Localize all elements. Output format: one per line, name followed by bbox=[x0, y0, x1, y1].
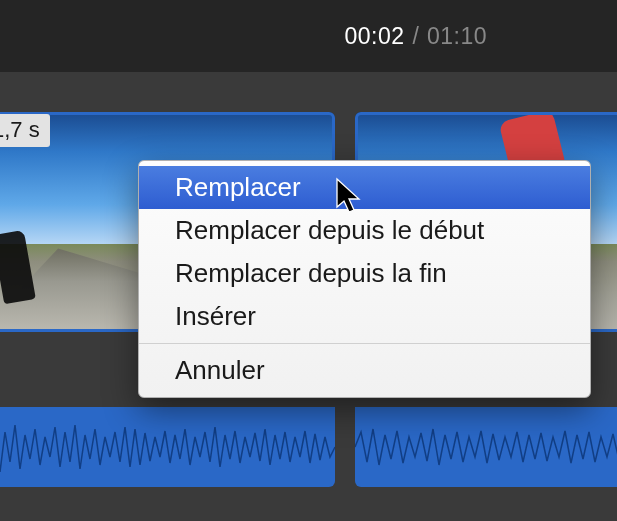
audio-track bbox=[0, 407, 617, 487]
menu-item-replace[interactable]: Remplacer bbox=[139, 166, 590, 209]
menu-item-cancel[interactable]: Annuler bbox=[139, 349, 590, 392]
time-display-bar: 00:02 / 01:10 bbox=[0, 0, 617, 72]
clip-duration-badge: 1,7 s bbox=[0, 114, 50, 147]
menu-separator bbox=[139, 343, 590, 344]
menu-item-replace-from-end[interactable]: Remplacer depuis la fin bbox=[139, 252, 590, 295]
time-separator: / bbox=[413, 23, 419, 50]
time-total: 01:10 bbox=[427, 23, 487, 50]
audio-waveform-right[interactable] bbox=[355, 407, 617, 487]
time-current: 00:02 bbox=[344, 23, 404, 50]
audio-waveform-left[interactable] bbox=[0, 407, 335, 487]
context-menu: Remplacer Remplacer depuis le début Remp… bbox=[138, 160, 591, 398]
app-frame: 00:02 / 01:10 1,7 s bbox=[0, 0, 617, 521]
menu-item-insert[interactable]: Insérer bbox=[139, 295, 590, 338]
menu-item-replace-from-start[interactable]: Remplacer depuis le début bbox=[139, 209, 590, 252]
